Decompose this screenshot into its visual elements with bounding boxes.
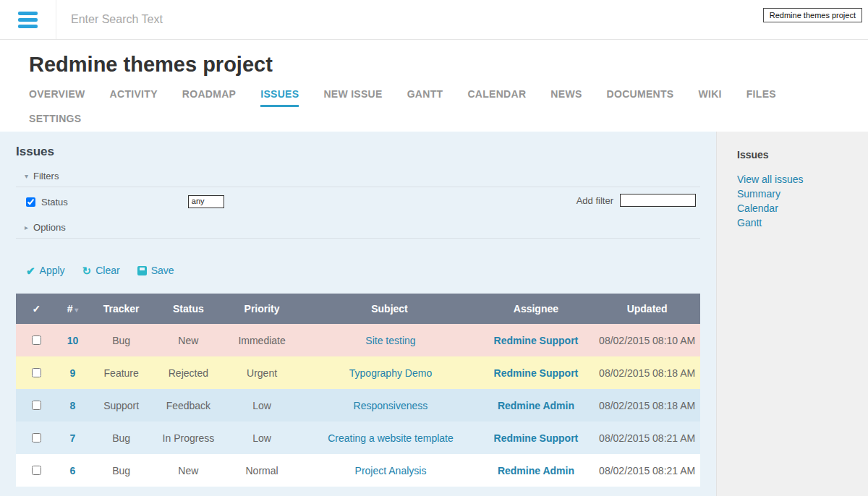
issue-status: New [154,324,223,356]
issue-id-link[interactable]: 7 [70,432,76,444]
issue-assignee-link[interactable]: Redmine Support [494,367,579,379]
issues-table-body: 10BugNewImmediateSite testingRedmine Sup… [16,324,700,487]
issue-id-link[interactable]: 6 [70,465,76,476]
tab-roadmap[interactable]: ROADMAP [182,82,236,107]
issue-priority: Low [223,422,302,454]
issue-priority: Urgent [223,356,302,389]
issue-id-link[interactable]: 9 [70,367,76,379]
tab-activity[interactable]: ACTIVITY [110,82,158,107]
issue-status: Feedback [154,389,223,422]
page-title: Redmine themes project [29,53,839,77]
issue-row-9: 9FeatureRejectedUrgentTypography DemoRed… [16,356,700,389]
issue-priority: Immediate [223,324,302,356]
options-toggle[interactable]: ▸ Options [16,218,700,239]
issue-tracker: Bug [88,454,154,487]
status-filter-select[interactable]: any [188,195,224,208]
column-header-select[interactable]: ✓ [16,294,57,324]
column-header-subject[interactable]: Subject [301,294,477,324]
triangle-right-icon: ▸ [25,223,28,231]
tab-gantt[interactable]: GANTT [407,82,443,107]
sidebar-link-view-all-issues[interactable]: View all issues [737,172,868,187]
issue-priority: Normal [223,454,302,487]
save-label: Save [151,265,174,276]
issue-row-8: 8SupportFeedbackLowResponsivenessRedmine… [16,389,700,422]
add-filter: Add filter [576,194,696,207]
clear-button[interactable]: ↻Clear [82,265,120,276]
column-header-updated[interactable]: Updated [594,294,700,324]
options-label: Options [33,222,66,233]
tab-documents[interactable]: DOCUMENTS [607,82,674,107]
add-filter-select[interactable] [620,194,696,207]
project-select[interactable]: Redmine themes project [763,8,862,22]
tab-new-issue[interactable]: NEW ISSUE [323,82,382,107]
column-header-assignee[interactable]: Assignee [478,294,595,324]
project-tabs: OVERVIEWACTIVITYROADMAPISSUESNEW ISSUEGA… [29,82,832,132]
column-header-priority[interactable]: Priority [223,294,302,324]
issues-table-head-row: ✓# ▾TrackerStatusPrioritySubjectAssignee… [16,294,700,324]
issue-assignee-link[interactable]: Redmine Admin [498,400,574,411]
column-header-id[interactable]: # ▾ [57,294,89,324]
issue-updated: 08/02/2015 08:21 AM [594,422,700,454]
row-checkbox-10[interactable] [32,335,41,345]
main-panel: Issues ▾ Filters Status any Add filter ▸… [0,132,716,496]
issue-updated: 08/02/2015 08:18 AM [594,356,700,389]
issue-updated: 08/02/2015 08:18 AM [594,389,700,422]
menu-toggle-button[interactable] [0,0,56,39]
row-checkbox-9[interactable] [32,368,41,377]
status-filter-row: Status any Add filter [16,187,700,218]
search-input[interactable] [69,12,373,27]
hamburger-icon [18,12,38,28]
filters-toggle[interactable]: ▾ Filters [16,166,700,187]
sidebar-links: View all issuesSummaryCalendarGantt [737,172,868,230]
issue-tracker: Bug [88,324,154,356]
save-icon [137,266,147,275]
issue-assignee-link[interactable]: Redmine Admin [498,465,574,476]
column-header-tracker[interactable]: Tracker [88,294,154,324]
issue-id-link[interactable]: 8 [70,400,76,411]
tab-issues[interactable]: ISSUES [260,82,299,107]
check-all-icon: ✓ [33,303,41,315]
issue-updated: 08/02/2015 08:10 AM [594,324,700,356]
row-checkbox-7[interactable] [32,433,41,442]
issue-status: New [154,454,223,487]
apply-button[interactable]: ✔Apply [26,265,65,276]
sidebar-link-summary[interactable]: Summary [737,187,868,201]
add-filter-label: Add filter [576,195,613,206]
issue-subject-link[interactable]: Site testing [365,335,415,346]
column-header-status[interactable]: Status [154,294,223,324]
issue-id-link[interactable]: 10 [67,335,79,346]
issue-subject-link[interactable]: Typography Demo [349,367,432,379]
issue-status: Rejected [154,356,223,389]
issue-row-6: 6BugNewNormalProject AnalysisRedmine Adm… [16,454,700,487]
tab-overview[interactable]: OVERVIEW [29,82,85,107]
issue-updated: 08/02/2015 08:21 AM [594,454,700,487]
row-checkbox-8[interactable] [32,401,41,410]
issue-subject-link[interactable]: Project Analysis [355,465,427,476]
tab-files[interactable]: FILES [746,82,776,107]
topbar: Redmine themes project [0,0,868,40]
issue-subject-link[interactable]: Responsiveness [354,400,428,411]
content: Issues ▾ Filters Status any Add filter ▸… [0,132,868,496]
issue-subject-link[interactable]: Creating a website template [328,432,454,444]
sidebar-link-calendar[interactable]: Calendar [737,201,868,215]
status-filter-checkbox[interactable] [26,197,35,207]
filter-actions: ✔Apply↻ClearSave [26,265,700,276]
issue-status: In Progress [154,422,223,454]
status-filter-label: Status [41,197,68,208]
clear-label: Clear [95,265,119,276]
issue-assignee-link[interactable]: Redmine Support [494,335,579,346]
sidebar-title: Issues [737,149,868,161]
save-button[interactable]: Save [137,265,174,276]
sidebar: Issues View all issuesSummaryCalendarGan… [716,132,868,496]
issue-tracker: Bug [88,422,154,454]
triangle-down-icon: ▾ [25,172,28,180]
issue-assignee-link[interactable]: Redmine Support [494,432,579,444]
refresh-icon: ↻ [82,265,92,276]
row-checkbox-6[interactable] [32,466,41,475]
apply-label: Apply [40,265,65,276]
sidebar-link-gantt[interactable]: Gantt [737,215,868,230]
tab-calendar[interactable]: CALENDAR [467,82,526,107]
tab-wiki[interactable]: WIKI [698,82,721,107]
tab-news[interactable]: NEWS [550,82,582,107]
tab-settings[interactable]: SETTINGS [29,107,81,132]
